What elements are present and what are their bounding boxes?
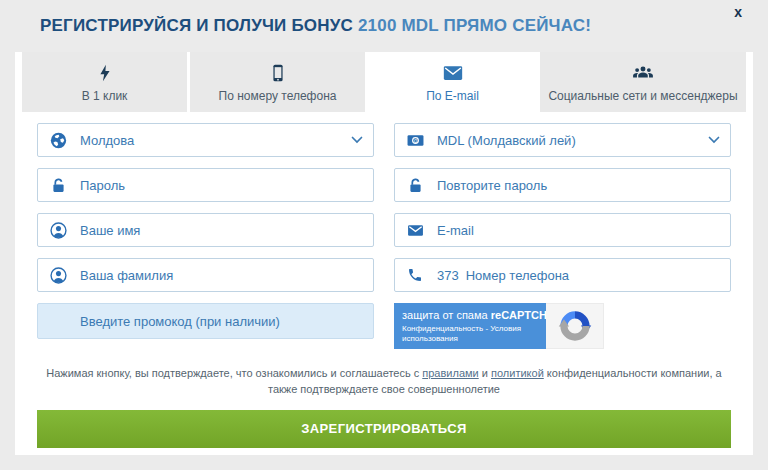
title-main: РЕГИСТРИРУЙСЯ И ПОЛУЧИ БОНУС	[40, 16, 353, 35]
recaptcha-privacy-link[interactable]: Конфиденциальность	[402, 324, 483, 333]
country-select[interactable]: Молдова	[37, 123, 374, 157]
modal-header: РЕГИСТРИРУЙСЯ И ПОЛУЧИ БОНУС 2100 MDL ПР…	[15, 0, 753, 52]
form-content: Молдова 0 MDL (Молдавский лей)	[15, 112, 753, 448]
password-field[interactable]	[37, 168, 374, 202]
tab-by-email[interactable]: По E-mail	[368, 52, 537, 112]
currency-select[interactable]: 0 MDL (Молдавский лей)	[394, 123, 731, 157]
password-input[interactable]	[80, 178, 363, 193]
banknote-icon: 0	[407, 132, 424, 149]
user-icon	[50, 222, 67, 239]
tab-label: В 1 клик	[82, 89, 128, 103]
registration-tabs: В 1 клик По номеру телефона По E-mail Со…	[15, 52, 753, 112]
chevron-down-icon	[708, 136, 720, 144]
currency-value: MDL (Молдавский лей)	[437, 133, 695, 148]
last-name-field[interactable]	[37, 258, 374, 292]
smartphone-icon	[268, 62, 288, 84]
tab-by-phone[interactable]: По номеру телефона	[190, 52, 365, 112]
lightning-icon	[95, 62, 115, 84]
envelope-icon	[441, 62, 465, 84]
first-name-field[interactable]	[37, 213, 374, 247]
close-icon[interactable]: x	[734, 3, 742, 23]
tab-social[interactable]: Социальные сети и мессенджеры	[540, 52, 746, 112]
repeat-password-input[interactable]	[437, 178, 720, 193]
register-button[interactable]: ЗАРЕГИСТРИРОВАТЬСЯ	[37, 410, 731, 448]
country-value: Молдова	[80, 133, 338, 148]
email-input[interactable]	[437, 223, 720, 238]
page-title: РЕГИСТРИРУЙСЯ И ПОЛУЧИ БОНУС 2100 MDL ПР…	[40, 16, 591, 36]
recaptcha-text: защита от спама	[402, 309, 488, 321]
tab-label: По E-mail	[426, 89, 479, 103]
promo-code-input[interactable]	[80, 314, 363, 329]
tab-one-click[interactable]: В 1 клик	[22, 52, 187, 112]
recaptcha-logo	[546, 303, 604, 349]
people-group-icon	[631, 62, 655, 84]
registration-modal: x РЕГИСТРИРУЙСЯ И ПОЛУЧИ БОНУС 2100 MDL …	[15, 0, 753, 455]
recaptcha-separator: -	[485, 324, 488, 333]
privacy-policy-link[interactable]: политикой	[491, 367, 544, 379]
legal-part2: и	[482, 367, 488, 379]
legal-text: Нажимая кнопку, вы подтверждаете, что оз…	[37, 366, 731, 398]
lock-open-icon	[407, 177, 424, 194]
user-icon	[50, 267, 67, 284]
rules-link[interactable]: правилами	[422, 367, 478, 379]
phone-icon	[407, 267, 424, 283]
form-grid: Молдова 0 MDL (Молдавский лей)	[37, 123, 731, 349]
phone-input[interactable]	[466, 268, 720, 283]
phone-country-code: 373	[437, 268, 459, 283]
envelope-icon	[407, 222, 424, 239]
email-field[interactable]	[394, 213, 731, 247]
recaptcha-widget[interactable]: защита от спама reCAPTCHA Конфиденциальн…	[394, 303, 731, 349]
legal-part1: Нажимая кнопку, вы подтверждаете, что оз…	[46, 367, 419, 379]
tab-label: Социальные сети и мессенджеры	[548, 89, 737, 103]
promo-code-field[interactable]	[37, 303, 374, 339]
first-name-input[interactable]	[80, 223, 363, 238]
repeat-password-field[interactable]	[394, 168, 731, 202]
tab-label: По номеру телефона	[219, 89, 337, 103]
last-name-input[interactable]	[80, 268, 363, 283]
title-bonus: 2100 MDL ПРЯМО СЕЙЧАС!	[358, 16, 591, 35]
globe-icon	[50, 132, 67, 149]
phone-field[interactable]: 373	[394, 258, 731, 292]
recaptcha-badge: защита от спама reCAPTCHA Конфиденциальн…	[394, 303, 546, 349]
lock-open-icon	[50, 177, 67, 194]
chevron-down-icon	[351, 136, 363, 144]
